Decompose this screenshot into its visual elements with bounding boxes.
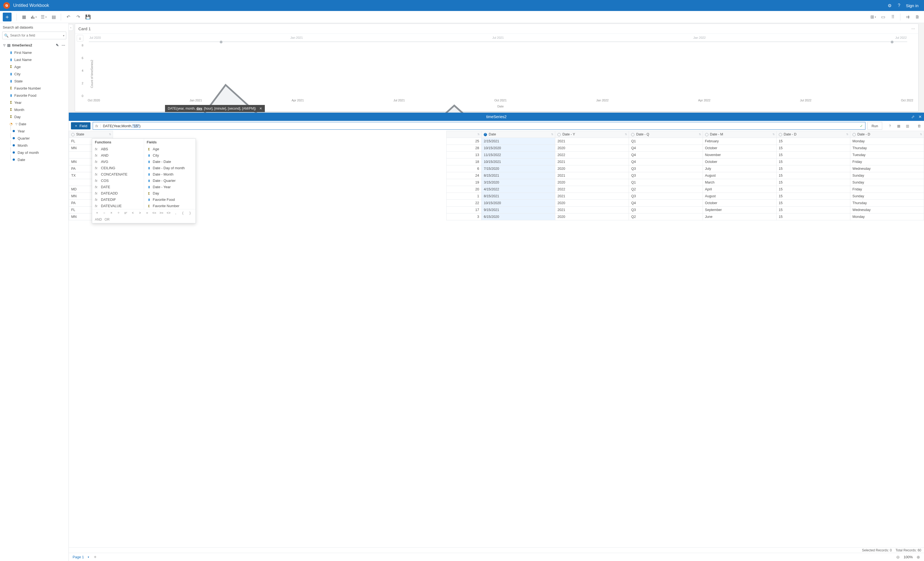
sort-icon[interactable]: ⇅ [551, 133, 553, 136]
tooltip-close-icon[interactable]: ✕ [260, 106, 262, 111]
sidebar-field[interactable]: ΣYear [8, 99, 69, 106]
suggest-field[interactable]: ▮Date - Day of month [144, 165, 196, 171]
table-cell[interactable]: 7/15/2020 [482, 165, 555, 172]
table-cell[interactable]: 15 [776, 165, 850, 172]
operator-button[interactable]: AND [95, 218, 102, 221]
table-cell[interactable]: 8/15/2021 [482, 172, 555, 179]
operator-button[interactable]: ( [181, 211, 185, 215]
dataset-header[interactable]: ▽ ▤ timeSeries2 ✎ ⋯ [0, 42, 69, 49]
trash-icon[interactable]: 🗑 [916, 124, 922, 128]
formula-input[interactable]: DATE(Year,Month,"15") [100, 124, 858, 128]
table-cell[interactable]: Tuesday [850, 152, 924, 159]
suggest-field[interactable]: ΣDay [144, 190, 196, 196]
help-circle-icon[interactable]: ? [887, 124, 892, 128]
tool-list-icon[interactable]: ☰ [39, 13, 49, 21]
suggest-field[interactable]: ▮Date - Quarter [144, 178, 196, 184]
suggest-field[interactable]: ▮Favorite Food [144, 196, 196, 203]
help-icon[interactable]: ? [894, 3, 904, 8]
table-cell[interactable]: 2021 [555, 172, 629, 179]
table-cell[interactable]: March [703, 179, 776, 186]
column-header[interactable]: Date⇅ [482, 131, 555, 138]
table-cell[interactable]: 9/15/2021 [482, 206, 555, 214]
operator-button[interactable]: > [138, 211, 142, 215]
suggest-function[interactable]: fxABS [92, 146, 144, 152]
suggest-function[interactable]: fxAND [92, 152, 144, 159]
column-header[interactable]: Date - M⇅ [703, 131, 776, 138]
table-cell[interactable]: 19 [446, 179, 482, 186]
table-cell[interactable]: 2020 [555, 179, 629, 186]
suggest-function[interactable]: fxCEILING [92, 165, 144, 171]
zoom-out-icon[interactable]: ⊖ [896, 555, 900, 560]
table-cell[interactable]: 15 [776, 145, 850, 152]
table-cell[interactable]: 8/15/2021 [482, 193, 555, 200]
suggest-function[interactable]: fxCONCATENATE [92, 171, 144, 178]
suggest-field[interactable]: ▮Date - Month [144, 171, 196, 178]
tool-qr-icon[interactable]: ⠿ [888, 13, 898, 21]
dataset-collapse-icon[interactable]: ▽ [2, 44, 7, 47]
card-title[interactable]: Card 1 [78, 26, 911, 31]
sort-icon[interactable]: ⇅ [109, 133, 111, 136]
table-row[interactable]: MN36/15/20202020Q2June15Monday [69, 214, 924, 220]
column-radio[interactable] [852, 133, 856, 136]
table-row[interactable]: 193/15/20202020Q1March15Sunday [69, 179, 924, 186]
table-cell[interactable]: Monday [850, 214, 924, 220]
panel-view2-icon[interactable]: ▥ [905, 124, 910, 128]
table-cell[interactable]: Q3 [629, 172, 703, 179]
table-cell[interactable]: 15 [776, 193, 850, 200]
table-cell[interactable]: 2022 [555, 186, 629, 193]
signin-link[interactable]: Sign in [904, 3, 921, 8]
sidebar-field[interactable]: ΣDay [8, 113, 69, 120]
table-cell[interactable]: 2021 [555, 159, 629, 165]
table-cell[interactable]: 2020 [555, 165, 629, 172]
operator-button[interactable]: xʸ [123, 211, 128, 215]
sidebar-field[interactable]: ▮City [8, 70, 69, 78]
panel-popout-icon[interactable]: ⬀ [911, 115, 915, 119]
table-cell[interactable]: Wednesday [850, 165, 924, 172]
table-cell[interactable]: Sunday [850, 179, 924, 186]
data-grid[interactable]: State⇅⇅Date⇅Date - Y⇅Date - Q⇅Date - M⇅D… [69, 131, 924, 220]
sidebar-field[interactable]: ΣAge [8, 63, 69, 70]
table-row[interactable]: TX248/15/20212021Q3August15Sunday [69, 172, 924, 179]
table-cell[interactable]: Q1 [629, 138, 703, 145]
column-header[interactable]: Date - D⇅ [850, 131, 924, 138]
suggest-function[interactable]: fxCOS [92, 178, 144, 184]
table-cell[interactable]: October [703, 145, 776, 152]
table-cell[interactable]: 22 [446, 200, 482, 206]
sort-icon[interactable]: ⇅ [477, 133, 480, 136]
table-cell[interactable]: 4/15/2022 [482, 186, 555, 193]
table-cell[interactable]: Q4 [629, 200, 703, 206]
tool-page-icon[interactable]: 🗎 [912, 13, 922, 21]
column-radio[interactable] [71, 133, 75, 136]
tool-model-icon[interactable]: ⇉ [903, 13, 912, 21]
suggest-function[interactable]: fxDATE [92, 184, 144, 190]
sidebar-field[interactable]: ▮Last Name [8, 56, 69, 63]
column-radio[interactable] [631, 133, 634, 136]
operator-button[interactable]: >= [159, 211, 164, 215]
operator-button[interactable]: + [95, 211, 99, 215]
table-cell[interactable]: 6 [446, 165, 482, 172]
table-cell[interactable]: 2020 [555, 200, 629, 206]
search-field-box[interactable]: 🔍 ▾ [2, 31, 66, 39]
table-cell[interactable]: 10/15/2020 [482, 145, 555, 152]
sort-icon[interactable]: ⇅ [699, 133, 701, 136]
table-cell[interactable]: 10/15/2021 [482, 159, 555, 165]
column-header[interactable] [113, 131, 446, 138]
table-cell[interactable]: 2021 [555, 206, 629, 214]
panel-view1-icon[interactable]: ▦ [896, 124, 902, 128]
table-cell[interactable]: November [703, 152, 776, 159]
table-cell[interactable]: 15 [776, 206, 850, 214]
tool-chart-icon[interactable] [29, 13, 39, 21]
tool-layers-icon[interactable]: ▤ [49, 13, 58, 21]
run-button[interactable]: Run [867, 122, 882, 130]
column-radio[interactable] [557, 133, 561, 136]
table-cell[interactable]: 1 [446, 193, 482, 200]
operator-button[interactable]: OR [105, 218, 110, 221]
table-cell[interactable]: 17 [446, 206, 482, 214]
table-row[interactable]: MN1810/15/20212021Q4October15Friday [69, 159, 924, 165]
table-row[interactable]: MN18/15/20212021Q3August15Sunday [69, 193, 924, 200]
tool-console-icon[interactable]: ▭ [878, 13, 888, 21]
suggest-field[interactable]: ▮Date - Year [144, 184, 196, 190]
suggest-field[interactable]: ▮City [144, 152, 196, 159]
table-cell[interactable]: 2020 [555, 145, 629, 152]
table-cell[interactable]: 28 [446, 145, 482, 152]
